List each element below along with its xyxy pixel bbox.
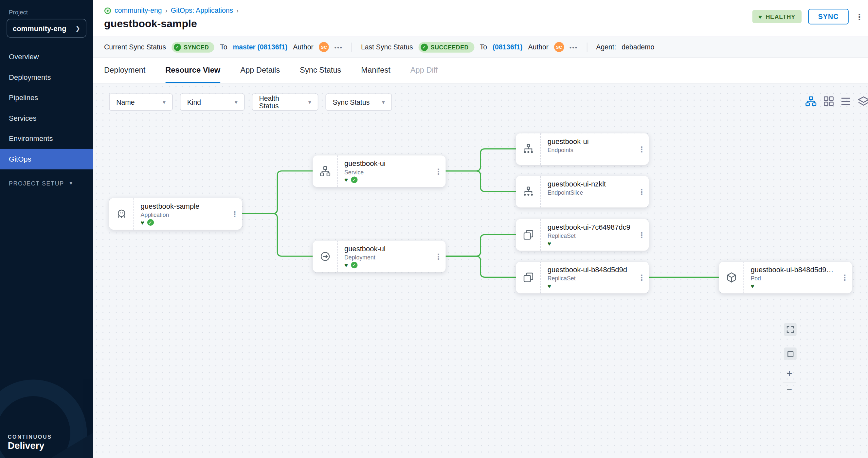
breadcrumb-project-link[interactable]: community-eng bbox=[115, 6, 162, 14]
breadcrumb-separator: › bbox=[236, 6, 239, 14]
project-selector[interactable]: community-eng ❯ bbox=[6, 19, 86, 38]
sidebar-item-label: Deployments bbox=[9, 73, 51, 81]
header-kebab-menu[interactable]: ⋮ bbox=[855, 11, 863, 22]
sync-status-bar: Current Sync Status ✓ SYNCED To master (… bbox=[93, 37, 868, 58]
resource-node-endpoints[interactable]: guestbook-ui Endpoints ♥ ✓ ⋮ bbox=[516, 133, 649, 165]
sync-check-icon: ✓ bbox=[350, 177, 357, 183]
filter-bar: Name▼ Kind▼ Health Status▼ Sync Status▼ bbox=[109, 94, 392, 110]
app-window: Project community-eng ❯ Overview Deploym… bbox=[0, 0, 868, 458]
list-view-icon[interactable] bbox=[841, 97, 851, 106]
sidebar-item-deployments[interactable]: Deployments bbox=[0, 67, 93, 88]
last-revision-link[interactable]: (08136f1) bbox=[493, 43, 523, 51]
chevron-down-icon: ▼ bbox=[307, 99, 312, 105]
sidebar: Project community-eng ❯ Overview Deploym… bbox=[0, 0, 93, 458]
application-icon bbox=[109, 198, 134, 229]
sidebar-item-environments[interactable]: Environments bbox=[0, 128, 93, 149]
resource-kind: Deployment bbox=[344, 254, 430, 260]
resource-name: guestbook-ui-b848d5d9… bbox=[750, 266, 836, 274]
grid-view-icon[interactable] bbox=[824, 96, 834, 106]
tab-label: Manifest bbox=[361, 65, 391, 74]
resource-node-replicaset-2[interactable]: guestbook-ui-b848d5d9d ReplicaSet ♥ ✓ ⋮ bbox=[516, 262, 649, 293]
resource-node-endpointslice[interactable]: guestbook-ui-nzklt EndpointSlice ♥ ✓ ⋮ bbox=[516, 176, 649, 207]
node-menu-button[interactable]: ⋮ bbox=[634, 176, 649, 207]
sidebar-item-label: Overview bbox=[9, 53, 39, 61]
to-label: To bbox=[220, 43, 227, 51]
resource-node-replicaset-1[interactable]: guestbook-ui-7c64987dc9 ReplicaSet ♥ ✓ ⋮ bbox=[516, 219, 649, 251]
author-more-button[interactable]: ••• bbox=[569, 44, 578, 50]
tab-manifest[interactable]: Manifest bbox=[361, 58, 391, 83]
agent-label: Agent: bbox=[596, 43, 616, 51]
resource-tree-canvas[interactable]: Name▼ Kind▼ Health Status▼ Sync Status▼ bbox=[93, 84, 868, 458]
resource-node-application[interactable]: guestbook-sample Application ♥ ✓ ⋮ bbox=[109, 198, 242, 229]
resource-node-pod[interactable]: guestbook-ui-b848d5d9… Pod ♥ ✓ ⋮ bbox=[719, 262, 852, 293]
check-icon: ✓ bbox=[174, 43, 181, 51]
current-revision-link[interactable]: master (08136f1) bbox=[233, 43, 287, 51]
endpoints-icon bbox=[516, 133, 541, 165]
node-menu-button[interactable]: ⋮ bbox=[634, 219, 649, 251]
filter-name-dropdown[interactable]: Name▼ bbox=[109, 94, 173, 110]
resource-node-service[interactable]: guestbook-ui Service ♥ ✓ ⋮ bbox=[313, 155, 446, 187]
breadcrumb-section-link[interactable]: GitOps: Applications bbox=[171, 6, 233, 14]
node-menu-button[interactable]: ⋮ bbox=[431, 241, 446, 272]
resource-kind: ReplicaSet bbox=[548, 232, 633, 239]
synced-pill-label: SYNCED bbox=[184, 44, 209, 51]
breadcrumb: community-eng › GitOps: Applications › bbox=[104, 6, 239, 14]
sidebar-item-services[interactable]: Services bbox=[0, 108, 93, 129]
tab-deployment[interactable]: Deployment bbox=[104, 58, 145, 83]
chevron-down-icon: ▼ bbox=[234, 99, 239, 105]
sidebar-nav: Overview Deployments Pipelines Services … bbox=[0, 46, 93, 169]
tab-label: Deployment bbox=[104, 65, 145, 74]
zoom-in-button[interactable]: + bbox=[782, 367, 797, 381]
last-sync-label: Last Sync Status bbox=[361, 43, 413, 51]
tab-app-diff[interactable]: App Diff bbox=[410, 58, 438, 83]
brand-delivery: Delivery bbox=[8, 440, 52, 452]
replicaset-icon bbox=[516, 262, 541, 293]
node-menu-button[interactable]: ⋮ bbox=[838, 262, 852, 293]
project-setup-label: PROJECT SETUP bbox=[9, 180, 64, 187]
filter-label: Name bbox=[116, 98, 134, 106]
node-menu-button[interactable]: ⋮ bbox=[634, 262, 649, 293]
tab-label: App Diff bbox=[410, 65, 438, 74]
node-menu-button[interactable]: ⋮ bbox=[634, 133, 649, 165]
filter-sync-status-dropdown[interactable]: Sync Status▼ bbox=[326, 94, 392, 110]
project-selector-value: community-eng bbox=[13, 24, 66, 32]
tab-sync-status[interactable]: Sync Status bbox=[300, 58, 341, 83]
zoom-out-button[interactable]: − bbox=[782, 383, 797, 397]
resource-name: guestbook-ui bbox=[344, 245, 430, 253]
zoom-controls: + − bbox=[782, 367, 797, 397]
resource-name: guestbook-ui-nzklt bbox=[548, 180, 633, 188]
node-menu-button[interactable]: ⋮ bbox=[431, 155, 446, 187]
health-heart-icon: ♥ bbox=[344, 177, 348, 183]
sync-button[interactable]: SYNC bbox=[808, 9, 849, 24]
sidebar-item-gitops[interactable]: GitOps bbox=[0, 149, 93, 169]
node-menu-button[interactable]: ⋮ bbox=[227, 198, 242, 229]
resource-kind: Service bbox=[344, 169, 430, 175]
sidebar-item-overview[interactable]: Overview bbox=[0, 46, 93, 67]
tree-view-icon[interactable] bbox=[805, 96, 816, 106]
author-more-button[interactable]: ••• bbox=[335, 44, 343, 50]
page-header: community-eng › GitOps: Applications › g… bbox=[93, 0, 868, 37]
layers-view-icon[interactable] bbox=[858, 96, 868, 106]
resource-status: ♥ ✓ bbox=[548, 240, 633, 247]
replicaset-icon bbox=[516, 219, 541, 251]
project-setup-toggle[interactable]: PROJECT SETUP ▼ bbox=[0, 180, 93, 187]
sidebar-item-label: Environments bbox=[9, 134, 53, 143]
health-heart-icon: ♥ bbox=[344, 262, 348, 268]
resource-kind: Endpoints bbox=[548, 146, 633, 153]
filter-health-status-dropdown[interactable]: Health Status▼ bbox=[252, 94, 318, 110]
filter-kind-dropdown[interactable]: Kind▼ bbox=[180, 94, 245, 110]
sidebar-item-pipelines[interactable]: Pipelines bbox=[0, 87, 93, 108]
fullscreen-button[interactable] bbox=[784, 323, 797, 336]
health-heart-icon: ♥ bbox=[141, 220, 144, 226]
breadcrumb-separator: › bbox=[165, 6, 167, 14]
filter-label: Kind bbox=[187, 98, 201, 106]
resource-status: ♥ ✓ bbox=[548, 197, 633, 203]
resource-status: ♥ ✓ bbox=[548, 155, 633, 161]
health-status-badge: ♥ HEALTHY bbox=[752, 10, 801, 23]
resource-node-deployment[interactable]: guestbook-ui Deployment ♥ ✓ ⋮ bbox=[313, 241, 446, 272]
tab-label: Resource View bbox=[165, 65, 220, 74]
tab-resource-view[interactable]: Resource View bbox=[165, 58, 220, 83]
tab-app-details[interactable]: App Details bbox=[240, 58, 280, 83]
fit-selection-button[interactable] bbox=[784, 348, 797, 360]
service-icon bbox=[313, 155, 338, 187]
